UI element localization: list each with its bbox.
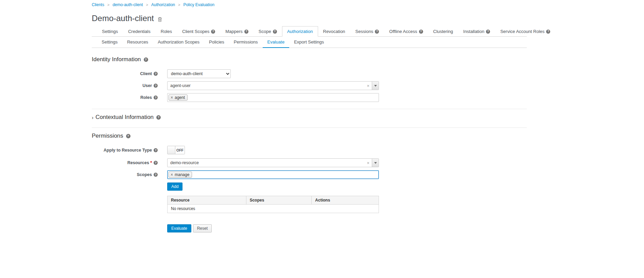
tab-label: Credentials — [128, 29, 151, 34]
help-icon[interactable]: ? — [211, 30, 215, 34]
dropdown-toggle-button[interactable] — [372, 159, 379, 167]
add-button[interactable]: Add — [167, 183, 182, 191]
breadcrumb-link-policy-evaluation[interactable]: Policy Evaluation — [183, 2, 214, 7]
tab-installation[interactable]: Installation? — [458, 26, 495, 37]
tab-label: Installation — [463, 29, 484, 34]
chevron-right-icon: › — [92, 115, 93, 120]
heading-text: Permissions — [92, 133, 123, 139]
subtab-settings[interactable]: Settings — [97, 37, 122, 48]
help-icon[interactable]: ? — [154, 95, 158, 100]
scopes-label-wrap: Scopes ? — [92, 170, 167, 177]
subtab-evaluate[interactable]: Evaluate — [263, 37, 290, 48]
tab-scope[interactable]: Scope? — [254, 26, 282, 37]
breadcrumb-link-clients[interactable]: Clients — [92, 2, 104, 7]
scopes-label: Scopes — [137, 172, 152, 177]
help-icon[interactable]: ? — [546, 30, 550, 34]
resources-table: Resource Scopes Actions No resources — [167, 196, 379, 213]
client-select[interactable]: demo-auth-client — [167, 69, 231, 78]
help-icon[interactable]: ? — [244, 30, 248, 34]
delete-client-button[interactable] — [157, 17, 162, 22]
tab-service-account-roles[interactable]: Service Account Roles? — [495, 26, 555, 37]
tab-roles[interactable]: Roles — [156, 26, 177, 37]
evaluate-button[interactable]: Evaluate — [167, 224, 191, 232]
help-icon[interactable]: ? — [154, 84, 158, 88]
breadcrumb-item-authorization: Authorization — [151, 2, 175, 7]
tag-label: agent — [175, 95, 185, 100]
breadcrumb: Clients > demo-auth-client > Authorizati… — [92, 2, 527, 7]
help-icon[interactable]: ? — [419, 30, 423, 34]
remove-tag-icon[interactable]: × — [171, 173, 173, 177]
client-field: demo-auth-client — [167, 69, 379, 78]
breadcrumb-separator-icon: > — [178, 3, 180, 7]
tab-authorization[interactable]: Authorization — [282, 26, 318, 37]
tab-label: Service Account Roles — [500, 29, 544, 34]
help-icon[interactable]: ? — [273, 30, 277, 34]
help-icon[interactable]: ? — [126, 134, 130, 138]
tab-revocation[interactable]: Revocation — [318, 26, 350, 37]
breadcrumb-link-client[interactable]: demo-auth-client — [112, 2, 143, 7]
help-icon[interactable]: ? — [156, 115, 161, 120]
tab-label: Mappers — [225, 29, 243, 34]
roles-label-wrap: Roles ? — [92, 93, 167, 100]
help-icon[interactable]: ? — [154, 161, 158, 165]
resources-label: Resources * — [127, 160, 152, 165]
permissions-section: Permissions ? Apply to Resource Type ? O… — [92, 127, 527, 232]
subtab-authorization-scopes[interactable]: Authorization Scopes — [153, 37, 204, 48]
user-select[interactable]: agent-user × — [167, 81, 379, 90]
tab-sessions[interactable]: Sessions? — [350, 26, 384, 37]
scopes-tag-input[interactable]: × manage — [167, 170, 379, 179]
client-label: Client — [140, 71, 152, 76]
tab-label: Scope — [259, 29, 271, 34]
help-icon[interactable]: ? — [375, 30, 379, 34]
breadcrumb-item-policy-evaluation: Policy Evaluation — [183, 2, 214, 7]
subtab-export-settings[interactable]: Export Settings — [289, 37, 329, 48]
user-row: User ? agent-user × — [92, 81, 527, 90]
permissions-heading: Permissions ? — [92, 133, 527, 139]
subtab-policies[interactable]: Policies — [204, 37, 229, 48]
apply-resource-type-label: Apply to Resource Type — [104, 148, 152, 153]
help-icon[interactable]: ? — [154, 173, 158, 177]
column-header-scopes: Scopes — [246, 196, 312, 205]
remove-tag-icon[interactable]: × — [171, 95, 173, 100]
empty-table-message: No resources — [168, 205, 379, 213]
main-tab-bar: Settings Credentials Roles Client Scopes… — [92, 26, 527, 37]
breadcrumb-link-authorization[interactable]: Authorization — [151, 2, 175, 7]
apply-resource-type-field: OFF — [167, 146, 379, 155]
tab-label: Client Scopes — [182, 29, 209, 34]
tab-mappers[interactable]: Mappers? — [220, 26, 254, 37]
apply-resource-type-label-wrap: Apply to Resource Type ? — [92, 146, 167, 153]
tab-settings[interactable]: Settings — [97, 26, 123, 37]
client-label-wrap: Client ? — [92, 69, 167, 76]
resources-select[interactable]: demo-resource × — [167, 158, 379, 167]
help-icon[interactable]: ? — [144, 57, 148, 62]
clear-selection-icon[interactable]: × — [367, 84, 369, 88]
tab-clustering[interactable]: Clustering — [428, 26, 458, 37]
roles-row: Roles ? × agent — [92, 93, 527, 102]
clear-selection-icon[interactable]: × — [367, 161, 369, 165]
subtab-resources[interactable]: Resources — [122, 37, 153, 48]
scopes-field: × manage — [167, 170, 379, 179]
contextual-information-heading[interactable]: › Contextual Information ? — [92, 114, 527, 121]
subtab-permissions[interactable]: Permissions — [229, 37, 263, 48]
reset-button[interactable]: Reset — [193, 224, 212, 232]
resources-row: Resources * ? demo-resource × — [92, 158, 527, 167]
tab-offline-access[interactable]: Offline Access? — [384, 26, 428, 37]
page-title-text: Demo-auth-client — [92, 14, 154, 23]
apply-resource-type-row: Apply to Resource Type ? OFF — [92, 146, 527, 155]
required-marker: * — [150, 160, 152, 165]
tab-credentials[interactable]: Credentials — [123, 26, 156, 37]
breadcrumb-separator-icon: > — [107, 3, 109, 7]
apply-resource-type-toggle[interactable]: OFF — [167, 146, 185, 154]
roles-tag-input[interactable]: × agent — [167, 93, 379, 102]
user-label-wrap: User ? — [92, 81, 167, 88]
tab-client-scopes[interactable]: Client Scopes? — [177, 26, 220, 37]
help-icon[interactable]: ? — [486, 30, 490, 34]
client-row: Client ? demo-auth-client — [92, 69, 527, 78]
breadcrumb-item-client: demo-auth-client — [112, 2, 143, 7]
dropdown-toggle-button[interactable] — [372, 82, 379, 90]
resources-label-wrap: Resources * ? — [92, 158, 167, 165]
help-icon[interactable]: ? — [154, 148, 158, 152]
column-header-actions: Actions — [312, 196, 379, 205]
authorization-sub-tab-bar: Settings Resources Authorization Scopes … — [92, 37, 527, 48]
help-icon[interactable]: ? — [154, 72, 158, 76]
